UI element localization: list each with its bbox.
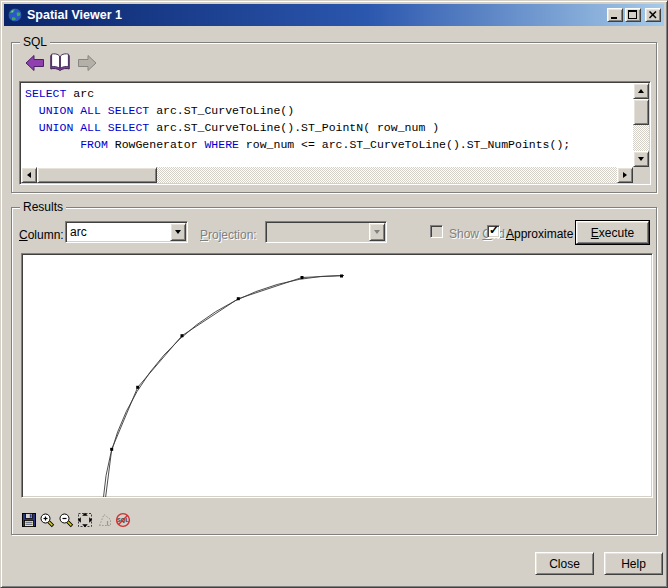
sql-editor[interactable]: SELECT arc UNION ALL SELECT arc.ST_Curve… bbox=[19, 81, 651, 185]
window-title: Spatial Viewer 1 bbox=[27, 8, 605, 22]
scroll-left-button[interactable] bbox=[21, 167, 37, 183]
back-arrow-icon bbox=[25, 54, 45, 72]
titlebar[interactable]: Spatial Viewer 1 bbox=[4, 4, 664, 26]
column-select[interactable]: arc bbox=[65, 221, 188, 243]
sql-code[interactable]: SELECT arc UNION ALL SELECT arc.ST_Curve… bbox=[21, 83, 633, 167]
hide-sql-button[interactable]: SQL bbox=[115, 512, 131, 528]
sql-hscrollbar[interactable] bbox=[21, 167, 633, 183]
no-sql-icon: SQL bbox=[115, 512, 131, 528]
history-button[interactable] bbox=[49, 52, 71, 72]
scroll-down-button[interactable] bbox=[633, 151, 649, 167]
window: Spatial Viewer 1 SQL bbox=[0, 0, 668, 588]
fit-to-window-icon bbox=[77, 512, 93, 528]
forward-arrow-icon bbox=[77, 54, 97, 72]
scroll-up-icon bbox=[638, 89, 644, 93]
curve-plot bbox=[23, 255, 652, 497]
maximize-icon bbox=[628, 10, 637, 19]
execute-button[interactable]: Execute bbox=[576, 221, 649, 244]
fit-to-window-button[interactable] bbox=[77, 512, 93, 528]
scroll-right-button[interactable] bbox=[617, 167, 633, 183]
minimize-icon bbox=[611, 17, 617, 19]
titlebar-close-icon bbox=[649, 11, 657, 19]
select-area-icon bbox=[97, 512, 113, 528]
chevron-down-icon-disabled bbox=[374, 230, 380, 234]
sql-vscrollbar[interactable] bbox=[633, 83, 649, 167]
forward-button[interactable] bbox=[77, 54, 97, 72]
column-select-arrow[interactable] bbox=[170, 223, 186, 241]
approximate-checkbox[interactable]: ✓ bbox=[487, 225, 500, 238]
scroll-up-button[interactable] bbox=[633, 83, 649, 99]
scroll-down-icon bbox=[638, 157, 644, 161]
execute-button-ring: Execute bbox=[575, 220, 650, 245]
scrollbar-corner bbox=[633, 167, 649, 183]
sql-group-label: SQL bbox=[20, 35, 50, 49]
column-label: Column: bbox=[19, 228, 64, 242]
chevron-down-icon bbox=[175, 230, 181, 234]
projection-label: Projection: bbox=[200, 228, 257, 242]
titlebar-close-button[interactable] bbox=[645, 8, 661, 22]
close-button[interactable]: Close bbox=[535, 552, 594, 575]
floppy-disk-icon bbox=[21, 512, 37, 528]
open-book-icon bbox=[49, 52, 71, 72]
scroll-left-icon bbox=[27, 172, 31, 178]
show-grid-checkbox[interactable] bbox=[430, 225, 443, 238]
zoom-out-button[interactable] bbox=[58, 512, 74, 528]
projection-select-arrow[interactable] bbox=[369, 223, 385, 241]
minimize-button[interactable] bbox=[607, 8, 623, 22]
vscroll-thumb[interactable] bbox=[633, 99, 649, 125]
hscroll-thumb[interactable] bbox=[37, 167, 157, 183]
approximate-label: Approximate bbox=[506, 227, 573, 241]
maximize-button[interactable] bbox=[625, 8, 641, 22]
scroll-right-icon bbox=[623, 172, 627, 178]
help-button[interactable]: Help bbox=[604, 552, 663, 575]
back-button[interactable] bbox=[25, 54, 45, 72]
column-select-value: arc bbox=[70, 225, 87, 239]
globe-icon bbox=[7, 7, 23, 23]
save-button[interactable] bbox=[21, 512, 37, 528]
zoom-in-icon bbox=[39, 512, 55, 528]
zoom-in-button[interactable] bbox=[39, 512, 55, 528]
projection-select[interactable] bbox=[265, 221, 387, 243]
zoom-out-icon bbox=[58, 512, 74, 528]
check-icon: ✓ bbox=[489, 223, 499, 237]
result-canvas[interactable] bbox=[21, 253, 653, 498]
results-group-label: Results bbox=[20, 200, 66, 214]
select-area-button[interactable] bbox=[97, 512, 113, 528]
